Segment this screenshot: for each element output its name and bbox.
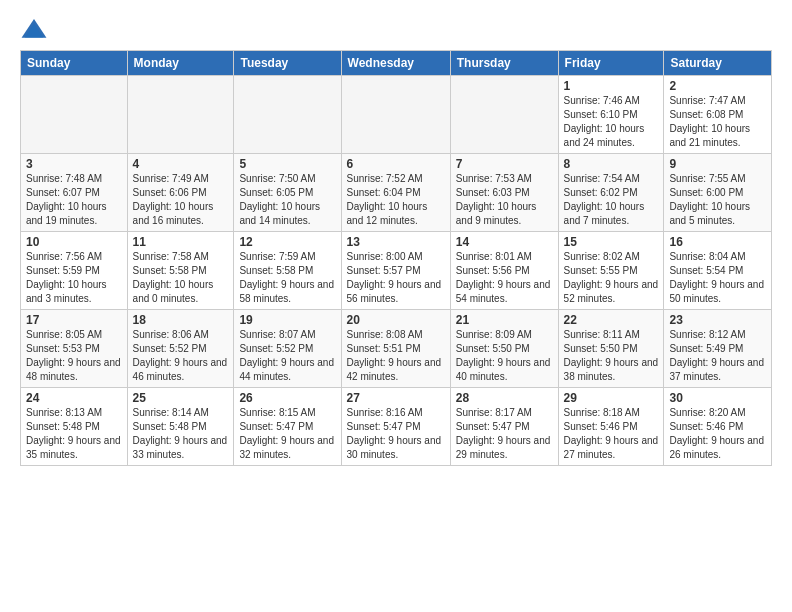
- calendar-cell: 23Sunrise: 8:12 AM Sunset: 5:49 PM Dayli…: [664, 310, 772, 388]
- day-info: Sunrise: 8:11 AM Sunset: 5:50 PM Dayligh…: [564, 328, 659, 384]
- day-number: 2: [669, 79, 766, 93]
- calendar-cell: 5Sunrise: 7:50 AM Sunset: 6:05 PM Daylig…: [234, 154, 341, 232]
- day-number: 28: [456, 391, 553, 405]
- day-number: 18: [133, 313, 229, 327]
- day-number: 30: [669, 391, 766, 405]
- day-number: 24: [26, 391, 122, 405]
- day-number: 9: [669, 157, 766, 171]
- week-row-3: 10Sunrise: 7:56 AM Sunset: 5:59 PM Dayli…: [21, 232, 772, 310]
- day-info: Sunrise: 8:17 AM Sunset: 5:47 PM Dayligh…: [456, 406, 553, 462]
- calendar-cell: 19Sunrise: 8:07 AM Sunset: 5:52 PM Dayli…: [234, 310, 341, 388]
- calendar-cell: [21, 76, 128, 154]
- day-number: 15: [564, 235, 659, 249]
- day-number: 14: [456, 235, 553, 249]
- week-row-5: 24Sunrise: 8:13 AM Sunset: 5:48 PM Dayli…: [21, 388, 772, 466]
- day-number: 21: [456, 313, 553, 327]
- day-info: Sunrise: 8:12 AM Sunset: 5:49 PM Dayligh…: [669, 328, 766, 384]
- calendar-cell: 24Sunrise: 8:13 AM Sunset: 5:48 PM Dayli…: [21, 388, 128, 466]
- day-info: Sunrise: 8:20 AM Sunset: 5:46 PM Dayligh…: [669, 406, 766, 462]
- day-number: 12: [239, 235, 335, 249]
- week-row-4: 17Sunrise: 8:05 AM Sunset: 5:53 PM Dayli…: [21, 310, 772, 388]
- day-info: Sunrise: 8:01 AM Sunset: 5:56 PM Dayligh…: [456, 250, 553, 306]
- calendar-cell: 2Sunrise: 7:47 AM Sunset: 6:08 PM Daylig…: [664, 76, 772, 154]
- day-number: 8: [564, 157, 659, 171]
- day-info: Sunrise: 7:52 AM Sunset: 6:04 PM Dayligh…: [347, 172, 445, 228]
- day-info: Sunrise: 8:13 AM Sunset: 5:48 PM Dayligh…: [26, 406, 122, 462]
- day-number: 25: [133, 391, 229, 405]
- day-info: Sunrise: 7:46 AM Sunset: 6:10 PM Dayligh…: [564, 94, 659, 150]
- calendar-cell: 29Sunrise: 8:18 AM Sunset: 5:46 PM Dayli…: [558, 388, 664, 466]
- calendar-cell: 22Sunrise: 8:11 AM Sunset: 5:50 PM Dayli…: [558, 310, 664, 388]
- day-number: 4: [133, 157, 229, 171]
- weekday-header-monday: Monday: [127, 51, 234, 76]
- calendar-cell: 28Sunrise: 8:17 AM Sunset: 5:47 PM Dayli…: [450, 388, 558, 466]
- logo-icon: [20, 16, 48, 44]
- calendar-cell: 9Sunrise: 7:55 AM Sunset: 6:00 PM Daylig…: [664, 154, 772, 232]
- day-number: 29: [564, 391, 659, 405]
- weekday-header-tuesday: Tuesday: [234, 51, 341, 76]
- calendar-cell: 21Sunrise: 8:09 AM Sunset: 5:50 PM Dayli…: [450, 310, 558, 388]
- day-number: 27: [347, 391, 445, 405]
- calendar-cell: 13Sunrise: 8:00 AM Sunset: 5:57 PM Dayli…: [341, 232, 450, 310]
- day-info: Sunrise: 8:02 AM Sunset: 5:55 PM Dayligh…: [564, 250, 659, 306]
- day-info: Sunrise: 8:09 AM Sunset: 5:50 PM Dayligh…: [456, 328, 553, 384]
- calendar-cell: 10Sunrise: 7:56 AM Sunset: 5:59 PM Dayli…: [21, 232, 128, 310]
- day-info: Sunrise: 8:15 AM Sunset: 5:47 PM Dayligh…: [239, 406, 335, 462]
- calendar-cell: 14Sunrise: 8:01 AM Sunset: 5:56 PM Dayli…: [450, 232, 558, 310]
- day-number: 17: [26, 313, 122, 327]
- day-number: 3: [26, 157, 122, 171]
- day-info: Sunrise: 7:55 AM Sunset: 6:00 PM Dayligh…: [669, 172, 766, 228]
- day-info: Sunrise: 8:00 AM Sunset: 5:57 PM Dayligh…: [347, 250, 445, 306]
- calendar-cell: 11Sunrise: 7:58 AM Sunset: 5:58 PM Dayli…: [127, 232, 234, 310]
- calendar-cell: 30Sunrise: 8:20 AM Sunset: 5:46 PM Dayli…: [664, 388, 772, 466]
- day-info: Sunrise: 7:59 AM Sunset: 5:58 PM Dayligh…: [239, 250, 335, 306]
- day-info: Sunrise: 8:16 AM Sunset: 5:47 PM Dayligh…: [347, 406, 445, 462]
- calendar-cell: 20Sunrise: 8:08 AM Sunset: 5:51 PM Dayli…: [341, 310, 450, 388]
- calendar-cell: 12Sunrise: 7:59 AM Sunset: 5:58 PM Dayli…: [234, 232, 341, 310]
- calendar-cell: 27Sunrise: 8:16 AM Sunset: 5:47 PM Dayli…: [341, 388, 450, 466]
- calendar-cell: 3Sunrise: 7:48 AM Sunset: 6:07 PM Daylig…: [21, 154, 128, 232]
- day-info: Sunrise: 7:49 AM Sunset: 6:06 PM Dayligh…: [133, 172, 229, 228]
- calendar-cell: 15Sunrise: 8:02 AM Sunset: 5:55 PM Dayli…: [558, 232, 664, 310]
- day-number: 19: [239, 313, 335, 327]
- calendar-cell: 25Sunrise: 8:14 AM Sunset: 5:48 PM Dayli…: [127, 388, 234, 466]
- day-number: 1: [564, 79, 659, 93]
- day-info: Sunrise: 7:47 AM Sunset: 6:08 PM Dayligh…: [669, 94, 766, 150]
- calendar-cell: 26Sunrise: 8:15 AM Sunset: 5:47 PM Dayli…: [234, 388, 341, 466]
- calendar-cell: 7Sunrise: 7:53 AM Sunset: 6:03 PM Daylig…: [450, 154, 558, 232]
- day-number: 13: [347, 235, 445, 249]
- day-info: Sunrise: 8:08 AM Sunset: 5:51 PM Dayligh…: [347, 328, 445, 384]
- header: [20, 16, 772, 44]
- calendar-cell: 16Sunrise: 8:04 AM Sunset: 5:54 PM Dayli…: [664, 232, 772, 310]
- day-number: 26: [239, 391, 335, 405]
- week-row-1: 1Sunrise: 7:46 AM Sunset: 6:10 PM Daylig…: [21, 76, 772, 154]
- weekday-header-wednesday: Wednesday: [341, 51, 450, 76]
- week-row-2: 3Sunrise: 7:48 AM Sunset: 6:07 PM Daylig…: [21, 154, 772, 232]
- calendar-cell: 8Sunrise: 7:54 AM Sunset: 6:02 PM Daylig…: [558, 154, 664, 232]
- day-number: 22: [564, 313, 659, 327]
- weekday-header-saturday: Saturday: [664, 51, 772, 76]
- day-info: Sunrise: 8:06 AM Sunset: 5:52 PM Dayligh…: [133, 328, 229, 384]
- logo: [20, 16, 52, 44]
- day-number: 11: [133, 235, 229, 249]
- day-info: Sunrise: 8:05 AM Sunset: 5:53 PM Dayligh…: [26, 328, 122, 384]
- day-info: Sunrise: 8:04 AM Sunset: 5:54 PM Dayligh…: [669, 250, 766, 306]
- calendar-cell: [127, 76, 234, 154]
- weekday-header-thursday: Thursday: [450, 51, 558, 76]
- day-info: Sunrise: 7:50 AM Sunset: 6:05 PM Dayligh…: [239, 172, 335, 228]
- weekday-header-friday: Friday: [558, 51, 664, 76]
- day-info: Sunrise: 7:56 AM Sunset: 5:59 PM Dayligh…: [26, 250, 122, 306]
- calendar-cell: 18Sunrise: 8:06 AM Sunset: 5:52 PM Dayli…: [127, 310, 234, 388]
- weekday-header-row: SundayMondayTuesdayWednesdayThursdayFrid…: [21, 51, 772, 76]
- day-info: Sunrise: 7:53 AM Sunset: 6:03 PM Dayligh…: [456, 172, 553, 228]
- page: SundayMondayTuesdayWednesdayThursdayFrid…: [0, 0, 792, 476]
- day-number: 10: [26, 235, 122, 249]
- day-info: Sunrise: 8:18 AM Sunset: 5:46 PM Dayligh…: [564, 406, 659, 462]
- day-info: Sunrise: 7:54 AM Sunset: 6:02 PM Dayligh…: [564, 172, 659, 228]
- calendar-cell: [234, 76, 341, 154]
- day-info: Sunrise: 8:14 AM Sunset: 5:48 PM Dayligh…: [133, 406, 229, 462]
- day-info: Sunrise: 7:48 AM Sunset: 6:07 PM Dayligh…: [26, 172, 122, 228]
- calendar-cell: 4Sunrise: 7:49 AM Sunset: 6:06 PM Daylig…: [127, 154, 234, 232]
- day-number: 6: [347, 157, 445, 171]
- calendar-cell: 1Sunrise: 7:46 AM Sunset: 6:10 PM Daylig…: [558, 76, 664, 154]
